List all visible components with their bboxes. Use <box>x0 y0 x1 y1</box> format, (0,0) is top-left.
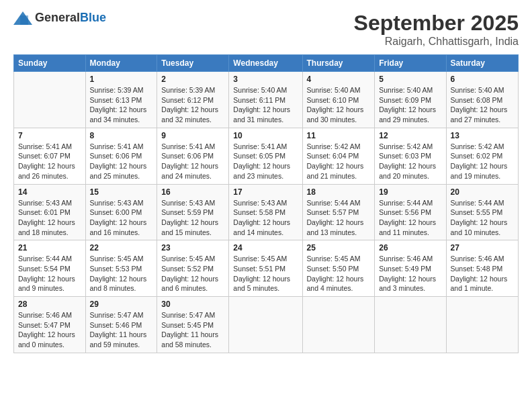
calendar-body: 1Sunrise: 5:39 AMSunset: 6:13 PMDaylight… <box>14 72 519 353</box>
calendar-table: Sunday Monday Tuesday Wednesday Thursday… <box>13 54 519 353</box>
day-info: Sunrise: 5:42 AMSunset: 6:03 PMDaylight:… <box>379 142 441 181</box>
calendar-cell: 21Sunrise: 5:44 AMSunset: 5:54 PMDayligh… <box>14 240 86 297</box>
calendar-cell: 29Sunrise: 5:47 AMSunset: 5:46 PMDayligh… <box>85 297 157 353</box>
day-number: 11 <box>307 131 371 140</box>
day-number: 28 <box>18 300 81 309</box>
col-wednesday: Wednesday <box>229 55 302 72</box>
day-number: 17 <box>233 187 298 197</box>
col-thursday: Thursday <box>302 55 375 72</box>
day-number: 21 <box>18 243 81 253</box>
day-number: 10 <box>233 131 298 140</box>
calendar-cell: 19Sunrise: 5:44 AMSunset: 5:56 PMDayligh… <box>375 184 446 240</box>
calendar-header-row: Sunday Monday Tuesday Wednesday Thursday… <box>14 55 519 72</box>
calendar-cell: 2Sunrise: 5:39 AMSunset: 6:12 PMDaylight… <box>157 72 229 128</box>
day-info: Sunrise: 5:46 AMSunset: 5:48 PMDaylight:… <box>451 254 514 293</box>
calendar-week-5: 28Sunrise: 5:46 AMSunset: 5:47 PMDayligh… <box>14 297 519 353</box>
day-number: 8 <box>90 131 153 140</box>
logo-icon <box>13 11 32 25</box>
calendar-cell: 28Sunrise: 5:46 AMSunset: 5:47 PMDayligh… <box>14 297 86 353</box>
col-tuesday: Tuesday <box>157 55 229 72</box>
day-info: Sunrise: 5:44 AMSunset: 5:57 PMDaylight:… <box>307 198 371 238</box>
day-info: Sunrise: 5:40 AMSunset: 6:09 PMDaylight:… <box>379 85 441 125</box>
day-number: 14 <box>18 187 81 197</box>
calendar-cell: 30Sunrise: 5:47 AMSunset: 5:45 PMDayligh… <box>157 297 229 353</box>
day-number: 5 <box>379 75 441 84</box>
calendar-cell: 24Sunrise: 5:45 AMSunset: 5:51 PMDayligh… <box>229 240 302 297</box>
day-info: Sunrise: 5:43 AMSunset: 6:00 PMDaylight:… <box>90 198 153 238</box>
page-container: GeneralBlue September 2025 Raigarh, Chha… <box>0 0 532 364</box>
day-info: Sunrise: 5:41 AMSunset: 6:07 PMDaylight:… <box>18 142 81 181</box>
calendar-cell: 6Sunrise: 5:40 AMSunset: 6:08 PMDaylight… <box>446 72 518 128</box>
calendar-cell: 22Sunrise: 5:45 AMSunset: 5:53 PMDayligh… <box>85 240 157 297</box>
day-number: 29 <box>90 300 153 309</box>
day-info: Sunrise: 5:42 AMSunset: 6:04 PMDaylight:… <box>307 142 371 181</box>
calendar-cell <box>229 297 302 353</box>
day-info: Sunrise: 5:40 AMSunset: 6:11 PMDaylight:… <box>233 85 298 125</box>
calendar-week-4: 21Sunrise: 5:44 AMSunset: 5:54 PMDayligh… <box>14 240 519 297</box>
calendar-cell: 18Sunrise: 5:44 AMSunset: 5:57 PMDayligh… <box>302 184 375 240</box>
calendar-cell: 25Sunrise: 5:45 AMSunset: 5:50 PMDayligh… <box>302 240 375 297</box>
calendar-cell: 4Sunrise: 5:40 AMSunset: 6:10 PMDaylight… <box>302 72 375 128</box>
calendar-cell: 12Sunrise: 5:42 AMSunset: 6:03 PMDayligh… <box>375 128 446 184</box>
day-info: Sunrise: 5:45 AMSunset: 5:53 PMDaylight:… <box>90 254 153 293</box>
day-number: 25 <box>307 243 371 253</box>
calendar-cell: 7Sunrise: 5:41 AMSunset: 6:07 PMDaylight… <box>14 128 86 184</box>
day-number: 26 <box>379 243 441 253</box>
day-number: 15 <box>90 187 153 197</box>
day-number: 12 <box>379 131 441 140</box>
day-info: Sunrise: 5:39 AMSunset: 6:12 PMDaylight:… <box>161 85 224 125</box>
day-number: 4 <box>307 75 371 84</box>
day-info: Sunrise: 5:46 AMSunset: 5:49 PMDaylight:… <box>379 254 441 293</box>
day-number: 19 <box>379 187 441 197</box>
logo-general: General <box>35 11 80 24</box>
day-info: Sunrise: 5:44 AMSunset: 5:55 PMDaylight:… <box>451 198 514 238</box>
calendar-cell: 3Sunrise: 5:40 AMSunset: 6:11 PMDaylight… <box>229 72 302 128</box>
day-info: Sunrise: 5:41 AMSunset: 6:06 PMDaylight:… <box>161 142 224 181</box>
day-info: Sunrise: 5:45 AMSunset: 5:50 PMDaylight:… <box>307 254 371 293</box>
col-friday: Friday <box>375 55 446 72</box>
day-info: Sunrise: 5:44 AMSunset: 5:54 PMDaylight:… <box>18 254 81 293</box>
calendar-cell: 11Sunrise: 5:42 AMSunset: 6:04 PMDayligh… <box>302 128 375 184</box>
day-number: 23 <box>161 243 224 253</box>
day-number: 3 <box>233 75 298 84</box>
title-area: September 2025 Raigarh, Chhattisgarh, In… <box>354 11 519 48</box>
day-info: Sunrise: 5:46 AMSunset: 5:47 PMDaylight:… <box>18 310 81 350</box>
calendar-cell: 1Sunrise: 5:39 AMSunset: 6:13 PMDaylight… <box>85 72 157 128</box>
day-number: 13 <box>451 131 514 140</box>
col-sunday: Sunday <box>14 55 86 72</box>
calendar-week-1: 1Sunrise: 5:39 AMSunset: 6:13 PMDaylight… <box>14 72 519 128</box>
day-info: Sunrise: 5:45 AMSunset: 5:51 PMDaylight:… <box>233 254 298 293</box>
calendar-cell <box>375 297 446 353</box>
calendar-cell <box>14 72 86 128</box>
day-info: Sunrise: 5:39 AMSunset: 6:13 PMDaylight:… <box>90 85 153 125</box>
day-info: Sunrise: 5:40 AMSunset: 6:08 PMDaylight:… <box>451 85 514 125</box>
calendar-cell: 17Sunrise: 5:43 AMSunset: 5:58 PMDayligh… <box>229 184 302 240</box>
calendar-cell: 10Sunrise: 5:41 AMSunset: 6:05 PMDayligh… <box>229 128 302 184</box>
calendar-cell: 27Sunrise: 5:46 AMSunset: 5:48 PMDayligh… <box>446 240 518 297</box>
day-number: 27 <box>451 243 514 253</box>
calendar-week-2: 7Sunrise: 5:41 AMSunset: 6:07 PMDaylight… <box>14 128 519 184</box>
day-info: Sunrise: 5:43 AMSunset: 5:59 PMDaylight:… <box>161 198 224 238</box>
day-info: Sunrise: 5:43 AMSunset: 5:58 PMDaylight:… <box>233 198 298 238</box>
calendar-cell: 9Sunrise: 5:41 AMSunset: 6:06 PMDaylight… <box>157 128 229 184</box>
day-info: Sunrise: 5:44 AMSunset: 5:56 PMDaylight:… <box>379 198 441 238</box>
svg-marker-1 <box>20 15 28 25</box>
calendar-cell: 26Sunrise: 5:46 AMSunset: 5:49 PMDayligh… <box>375 240 446 297</box>
header-area: GeneralBlue September 2025 Raigarh, Chha… <box>13 11 519 48</box>
day-number: 18 <box>307 187 371 197</box>
subtitle: Raigarh, Chhattisgarh, India <box>354 36 519 48</box>
day-info: Sunrise: 5:40 AMSunset: 6:10 PMDaylight:… <box>307 85 371 125</box>
day-number: 30 <box>161 300 224 309</box>
day-number: 2 <box>161 75 224 84</box>
calendar-cell: 13Sunrise: 5:42 AMSunset: 6:02 PMDayligh… <box>446 128 518 184</box>
calendar-cell: 15Sunrise: 5:43 AMSunset: 6:00 PMDayligh… <box>85 184 157 240</box>
day-number: 1 <box>90 75 153 84</box>
day-info: Sunrise: 5:42 AMSunset: 6:02 PMDaylight:… <box>451 142 514 181</box>
day-info: Sunrise: 5:41 AMSunset: 6:06 PMDaylight:… <box>90 142 153 181</box>
day-info: Sunrise: 5:47 AMSunset: 5:46 PMDaylight:… <box>90 310 153 350</box>
day-number: 9 <box>161 131 224 140</box>
col-saturday: Saturday <box>446 55 518 72</box>
day-number: 7 <box>18 131 81 140</box>
day-number: 20 <box>451 187 514 197</box>
calendar-week-3: 14Sunrise: 5:43 AMSunset: 6:01 PMDayligh… <box>14 184 519 240</box>
